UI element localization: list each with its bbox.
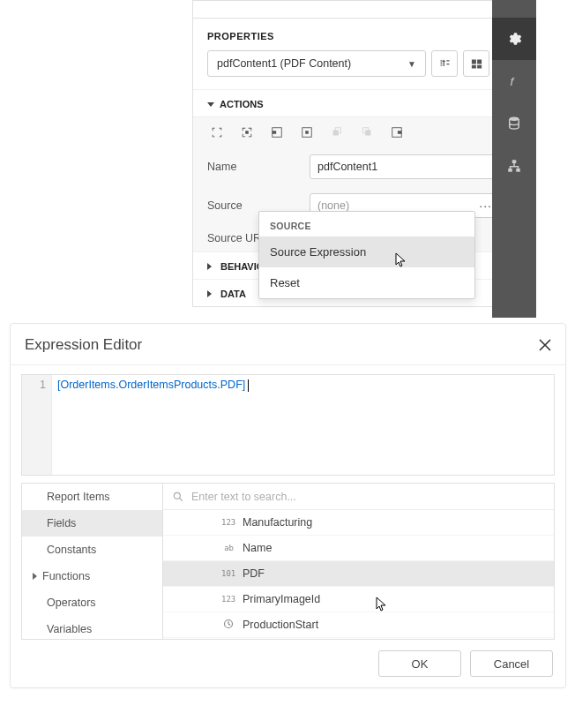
- right-tool-rail: f: [492, 0, 536, 318]
- category-constants[interactable]: Constants: [22, 537, 162, 563]
- line-number: 1: [40, 379, 46, 391]
- field-label: PDF: [243, 567, 265, 580]
- rail-properties-tab[interactable]: [492, 18, 536, 60]
- expression-text: [OrderItems.OrderItemsProducts.PDF]: [57, 379, 245, 391]
- category-list: Report Items Fields Constants Functions …: [22, 484, 163, 639]
- caret-right-icon: [33, 573, 37, 580]
- caret-right-icon: [207, 263, 215, 270]
- rail-data-tab[interactable]: [492, 102, 536, 145]
- menu-item-reset[interactable]: Reset: [259, 267, 474, 298]
- gear-icon: [506, 31, 522, 47]
- sort-az-button[interactable]: [431, 50, 458, 77]
- source-context-menu: SOURCE Source Expression Reset: [258, 211, 475, 299]
- caret-right-icon: [207, 290, 215, 297]
- svg-rect-5: [305, 131, 309, 134]
- function-f-icon: f: [506, 73, 522, 89]
- mouse-cursor-icon: [395, 252, 407, 268]
- svg-rect-14: [512, 160, 517, 163]
- fit-icon[interactable]: [241, 126, 253, 139]
- align-right-icon[interactable]: [391, 126, 403, 139]
- svg-point-17: [174, 492, 180, 499]
- field-row-productionstart[interactable]: ProductionStart: [163, 612, 554, 638]
- svg-rect-15: [508, 169, 512, 172]
- text-type-icon: ab: [221, 544, 234, 552]
- rail-spacer: [492, 0, 536, 18]
- ellipsis-icon[interactable]: ···: [479, 199, 492, 213]
- category-variables[interactable]: Variables: [22, 616, 162, 642]
- field-label: Name: [243, 542, 272, 554]
- dialog-header: Expression Editor: [11, 324, 565, 365]
- expression-picker: Report Items Fields Constants Functions …: [21, 483, 555, 640]
- number-type-icon: 123: [221, 518, 234, 527]
- svg-point-13: [510, 117, 519, 122]
- field-row-manufacturing[interactable]: 123 Manufacturing: [163, 510, 554, 536]
- dialog-footer: OK Cancel: [11, 640, 565, 687]
- database-icon: [506, 116, 522, 131]
- categorize-button[interactable]: [463, 50, 489, 77]
- name-input[interactable]: pdfContent1: [310, 154, 521, 179]
- category-functions[interactable]: Functions: [22, 563, 162, 589]
- name-row: Name pdfContent1: [193, 147, 535, 186]
- svg-text:f: f: [511, 75, 515, 88]
- field-row-pdf[interactable]: 101 PDF: [163, 561, 554, 587]
- align-center-icon[interactable]: [301, 126, 313, 139]
- search-icon: [172, 491, 184, 503]
- crop-icon[interactable]: [211, 126, 223, 139]
- field-list: 123 Manufacturing ab Name 101 PDF 123 Pr…: [163, 510, 554, 639]
- rail-structure-tab[interactable]: [492, 145, 536, 187]
- field-panel: 123 Manufacturing ab Name 101 PDF 123 Pr…: [163, 484, 554, 639]
- element-selector-row: pdfContent1 (PDF Content) ▼: [193, 50, 535, 89]
- expression-editor-dialog: Expression Editor 1 [OrderItems.OrderIte…: [10, 323, 566, 688]
- source-value: (none): [317, 199, 349, 212]
- align-left-icon[interactable]: [271, 126, 283, 139]
- section-actions-header[interactable]: ACTIONS: [193, 89, 535, 116]
- svg-rect-16: [516, 169, 520, 172]
- close-icon[interactable]: [539, 339, 551, 351]
- field-row-name[interactable]: ab Name: [163, 536, 554, 561]
- dialog-title: Expression Editor: [25, 336, 142, 354]
- field-row-primaryimageid[interactable]: 123 PrimaryImageId: [163, 587, 554, 612]
- categorize-icon: [470, 57, 483, 71]
- cancel-button[interactable]: Cancel: [470, 650, 553, 677]
- text-caret: [248, 379, 249, 392]
- properties-title: PROPERTIES: [193, 19, 535, 50]
- layout-icon-row: [193, 117, 535, 147]
- element-selector-text: pdfContent1 (PDF Content): [217, 57, 351, 70]
- field-search-row: [163, 484, 554, 510]
- category-operators[interactable]: Operators: [22, 589, 162, 616]
- section-data-label: DATA: [220, 289, 246, 299]
- popup-header: SOURCE: [259, 212, 474, 236]
- source-label: Source: [207, 199, 310, 212]
- mouse-cursor-icon: [376, 597, 388, 612]
- hierarchy-icon: [506, 158, 522, 174]
- rail-functions-tab[interactable]: f: [492, 60, 536, 102]
- chevron-down-icon: ▼: [407, 59, 416, 69]
- category-fields[interactable]: Fields: [22, 510, 162, 537]
- binary-type-icon: 101: [221, 569, 234, 578]
- bring-forward-icon[interactable]: [331, 126, 343, 139]
- field-label: Manufacturing: [243, 516, 312, 529]
- sort-az-icon: [438, 57, 452, 71]
- field-label: ProductionStart: [243, 619, 318, 631]
- send-backward-icon[interactable]: [361, 126, 373, 139]
- svg-rect-11: [398, 131, 401, 134]
- editor-gutter: 1: [22, 375, 52, 475]
- svg-rect-1: [245, 131, 249, 134]
- svg-rect-3: [273, 131, 276, 134]
- number-type-icon: 123: [221, 595, 234, 604]
- category-report-items[interactable]: Report Items: [22, 484, 162, 510]
- field-label: PrimaryImageId: [243, 593, 320, 605]
- panel-collapse-strip: ▶: [193, 1, 535, 19]
- section-actions-label: ACTIONS: [220, 99, 264, 109]
- editor-code-area[interactable]: [OrderItems.OrderItemsProducts.PDF]: [52, 375, 554, 475]
- caret-down-icon: [207, 102, 214, 107]
- name-label: Name: [207, 161, 310, 173]
- element-selector-combo[interactable]: pdfContent1 (PDF Content) ▼: [207, 50, 426, 77]
- expression-code-editor[interactable]: 1 [OrderItems.OrderItemsProducts.PDF]: [21, 374, 555, 476]
- datetime-type-icon: [221, 619, 234, 631]
- name-value: pdfContent1: [317, 161, 377, 173]
- menu-item-source-expression[interactable]: Source Expression: [259, 236, 474, 267]
- field-search-input[interactable]: [191, 491, 545, 503]
- ok-button[interactable]: OK: [378, 650, 461, 677]
